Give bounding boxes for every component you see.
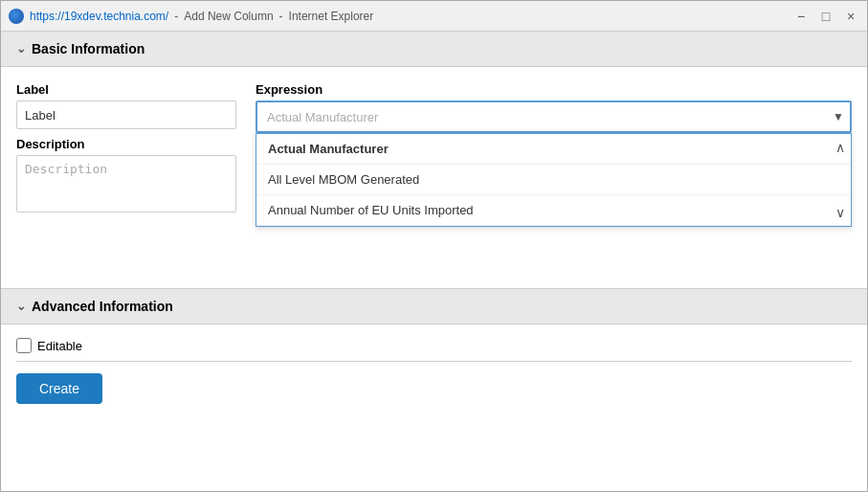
restore-button[interactable]: □ xyxy=(817,8,835,25)
expression-selected-value: Actual Manufacturer xyxy=(267,110,378,124)
editable-row: Editable xyxy=(16,338,852,362)
title-separator: - xyxy=(174,10,178,23)
create-button[interactable]: Create xyxy=(16,373,102,404)
advanced-information-header: ⌄ Advanced Information xyxy=(1,288,867,324)
expression-dropdown-wrapper[interactable]: Actual Manufacturer ▼ Actual Manufacture… xyxy=(256,101,852,133)
dropdown-item-0[interactable]: Actual Manufacturer xyxy=(256,134,851,165)
title-page: Add New Column xyxy=(184,10,273,23)
dropdown-item-1[interactable]: All Level MBOM Generated xyxy=(256,165,851,195)
description-field-group: Description xyxy=(16,137,236,215)
label-field-label: Label xyxy=(16,82,236,97)
form-left: Label Description xyxy=(16,82,236,215)
title-bar: https://19xdev.technia.com/ - Add New Co… xyxy=(1,1,867,32)
basic-collapse-icon[interactable]: ⌄ xyxy=(16,42,26,56)
label-field-group: Label xyxy=(16,82,236,129)
close-button[interactable]: × xyxy=(842,8,859,25)
title-separator2: - xyxy=(279,10,283,23)
expression-dropdown-display[interactable]: Actual Manufacturer xyxy=(256,101,852,133)
dropdown-list-inner[interactable]: Actual Manufacturer All Level MBOM Gener… xyxy=(256,134,851,226)
ie-icon xyxy=(9,9,24,24)
bottom-area: Editable Create xyxy=(1,324,867,417)
content: ⌄ Basic Information Label Description Ex… xyxy=(1,32,867,417)
title-bar-controls: − □ × xyxy=(792,8,859,25)
expression-dropdown-list: Actual Manufacturer All Level MBOM Gener… xyxy=(256,133,852,227)
form-area: Label Description Expression Actual Manu… xyxy=(1,67,867,231)
advanced-collapse-icon[interactable]: ⌄ xyxy=(16,300,26,313)
scroll-down-icon: ∨ xyxy=(835,205,845,220)
basic-information-header: ⌄ Basic Information xyxy=(1,32,867,67)
url-bar: https://19xdev.technia.com/ xyxy=(30,10,168,23)
expression-field-group: Expression Actual Manufacturer ▼ Actual … xyxy=(256,82,852,133)
expression-field-label: Expression xyxy=(256,82,852,97)
description-field-label: Description xyxy=(16,137,236,151)
minimize-button[interactable]: − xyxy=(792,8,810,25)
editable-label: Editable xyxy=(37,339,82,353)
description-input[interactable] xyxy=(16,155,236,212)
advanced-section-label: Advanced Information xyxy=(32,299,173,314)
title-bar-left: https://19xdev.technia.com/ - Add New Co… xyxy=(9,9,373,24)
basic-section-label: Basic Information xyxy=(32,41,145,56)
form-right: Expression Actual Manufacturer ▼ Actual … xyxy=(256,82,852,209)
title-app: Internet Explorer xyxy=(289,10,374,23)
dropdown-item-2[interactable]: Annual Number of EU Units Imported xyxy=(256,195,851,226)
label-input[interactable] xyxy=(16,101,236,129)
scroll-up-icon: ∧ xyxy=(835,140,845,155)
editable-checkbox[interactable] xyxy=(16,338,32,353)
